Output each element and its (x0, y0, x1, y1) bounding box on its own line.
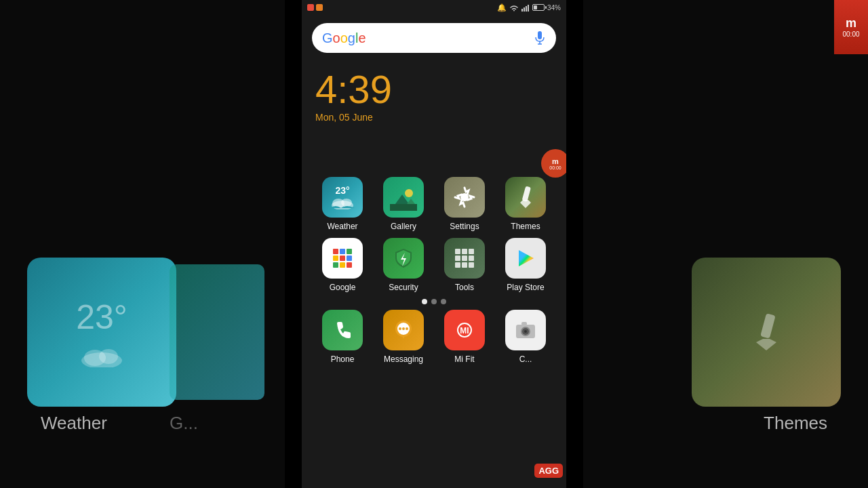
status-dot-red (307, 4, 314, 11)
weather-icon: 23° (322, 177, 363, 218)
settings-label: Settings (450, 222, 479, 231)
phone-app[interactable]: Phone (315, 310, 370, 364)
playstore-icon (505, 238, 546, 279)
right-panel: Themes m 00:00 (583, 0, 868, 488)
svg-rect-34 (469, 249, 474, 254)
battery-indicator (532, 4, 545, 11)
svg-rect-6 (524, 7, 525, 12)
top-rec-letter: m (846, 16, 856, 30)
tools-app[interactable]: Tools (437, 238, 492, 292)
google-logo: Google (322, 30, 366, 46)
google-app[interactable]: Google (315, 238, 370, 292)
clock-date: Mon, 05 June (315, 112, 553, 123)
page-dot-2[interactable] (431, 299, 437, 304)
svg-rect-35 (455, 256, 460, 261)
rec-timer: 00:00 (549, 165, 561, 170)
notification-icon: 🔔 (497, 3, 507, 12)
playstore-label: Play Store (507, 283, 544, 292)
gallery-label: Gallery (391, 222, 416, 231)
clock-section: 4:39 Mon, 05 June (302, 60, 566, 126)
weather-side-label: Weather (41, 413, 107, 434)
page-dot-3[interactable] (441, 299, 446, 304)
svg-marker-4 (756, 339, 776, 350)
svg-rect-27 (347, 256, 352, 261)
google-search-bar[interactable]: Google (312, 23, 556, 53)
side-temp: 23° (76, 298, 127, 337)
status-icons-right: 🔔 34% (497, 3, 561, 12)
app-row-3: Phone Messaging (312, 310, 556, 364)
top-rec-time: 00:00 (842, 30, 859, 38)
settings-app[interactable]: Settings (437, 177, 492, 231)
recording-badge: m 00:00 (541, 149, 566, 178)
google-icon (322, 238, 363, 279)
svg-rect-39 (462, 262, 467, 268)
svg-rect-22 (333, 249, 338, 254)
camera-label: C... (519, 354, 532, 364)
camera-app[interactable]: C... (498, 310, 553, 364)
clock-time: 4:39 (315, 70, 553, 109)
svg-rect-32 (455, 249, 460, 254)
svg-rect-38 (455, 262, 460, 268)
svg-marker-21 (520, 200, 531, 208)
security-icon (383, 238, 424, 279)
mifit-icon: MI (444, 310, 485, 350)
top-right-recording: m 00:00 (834, 0, 868, 54)
weather-label: Weather (327, 222, 357, 231)
wifi-icon (509, 4, 519, 12)
gallery-app-side-partial (170, 264, 264, 400)
svg-point-53 (524, 330, 527, 333)
playstore-app[interactable]: Play Store (498, 238, 553, 292)
svg-rect-8 (528, 5, 529, 12)
weather-app-side: 23° (27, 258, 176, 407)
svg-rect-24 (347, 249, 352, 254)
themes-app-side (692, 258, 841, 407)
mic-icon[interactable] (534, 30, 546, 45)
tools-label: Tools (455, 283, 474, 292)
themes-side-label: Themes (764, 413, 827, 434)
svg-text:MI: MI (460, 326, 469, 336)
svg-point-43 (399, 327, 401, 330)
status-bar: 🔔 34% (302, 0, 566, 15)
gallery-side-label: G... (170, 413, 198, 434)
app-row-2: Google Security (312, 238, 556, 292)
security-label: Security (389, 283, 418, 292)
gallery-icon (383, 177, 424, 218)
svg-rect-36 (462, 256, 467, 261)
svg-rect-7 (526, 6, 527, 12)
svg-rect-54 (521, 322, 527, 325)
rec-letter: m (552, 157, 559, 165)
svg-rect-30 (347, 262, 352, 268)
messaging-app[interactable]: Messaging (376, 310, 431, 364)
page-dot-1[interactable] (422, 299, 427, 304)
settings-icon (444, 177, 485, 218)
svg-rect-33 (462, 249, 467, 254)
mifit-app[interactable]: MI Mi Fit (437, 310, 492, 364)
svg-point-44 (402, 327, 405, 330)
camera-icon (505, 310, 546, 350)
phone-screen: 🔔 34% Google (302, 0, 566, 488)
svg-rect-23 (340, 249, 345, 254)
google-label: Google (330, 283, 356, 292)
phone-icon (322, 310, 363, 350)
svg-rect-5 (521, 9, 523, 12)
svg-rect-9 (538, 31, 542, 39)
svg-rect-40 (469, 262, 474, 268)
svg-rect-29 (340, 262, 345, 268)
svg-rect-37 (469, 256, 474, 261)
svg-rect-26 (340, 256, 345, 261)
signal-icon (521, 4, 530, 12)
security-app[interactable]: Security (376, 238, 431, 292)
svg-point-45 (406, 327, 408, 330)
phone-label: Phone (331, 354, 355, 364)
weather-app[interactable]: 23° Weather (315, 177, 370, 231)
svg-rect-25 (333, 256, 338, 261)
gallery-app[interactable]: Gallery (376, 177, 431, 231)
messaging-label: Messaging (384, 354, 423, 364)
battery-percent: 34% (547, 4, 561, 12)
mifit-label: Mi Fit (454, 354, 474, 364)
agg-badge: AGG (534, 464, 563, 478)
themes-app[interactable]: Themes (498, 177, 553, 231)
svg-rect-19 (390, 204, 417, 211)
svg-rect-28 (333, 262, 338, 268)
svg-point-2 (99, 349, 118, 364)
